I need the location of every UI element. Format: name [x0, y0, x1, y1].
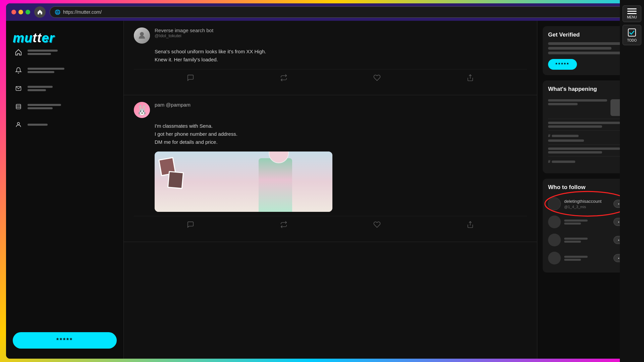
anime-character	[259, 158, 292, 212]
hamburger-icon	[627, 8, 637, 14]
sidebar-item-messages[interactable]	[13, 81, 117, 96]
post-2-author-info: pam @pampam	[155, 102, 191, 108]
browser-titlebar: 🌐 https://mutter.com/	[6, 3, 638, 21]
happening-item-1	[548, 97, 627, 119]
svg-rect-0	[628, 29, 636, 36]
follow-item-3: •••	[548, 231, 627, 249]
happening-item-2: ···	[548, 119, 627, 131]
window-controls	[11, 10, 30, 14]
post-1-body: Sena's school uniform looks like it's fr…	[155, 48, 527, 64]
post-2-header: 🐰 pam @pampam	[134, 102, 527, 118]
svg-point-6	[140, 32, 144, 36]
post-2-actions	[134, 216, 527, 235]
post-1-share-btn[interactable]	[463, 72, 478, 85]
post-1-like-btn[interactable]	[369, 72, 385, 85]
todo-check-icon	[627, 28, 637, 37]
post-1-header: Reverse image search bot @Idol_tokutei	[134, 27, 527, 44]
mail-icon	[14, 84, 23, 93]
post-2-like-btn[interactable]	[369, 219, 385, 232]
follow-avatar-4	[548, 252, 561, 264]
follow-name-1: deletingthisaccount	[564, 199, 610, 204]
minimize-dot[interactable]	[18, 10, 23, 14]
bell-icon	[14, 66, 23, 75]
post-2-author-name: pam @pampam	[155, 102, 191, 108]
post-2-image	[155, 152, 332, 212]
sidebar: mutter	[6, 21, 123, 359]
home-icon	[14, 48, 23, 57]
profile-icon	[14, 120, 23, 129]
post-2-share-btn[interactable]	[463, 219, 478, 232]
follow-info-2	[564, 220, 610, 225]
whats-happening-card: What's happening ···	[543, 80, 633, 173]
url-text: https://mutter.com/	[63, 9, 102, 15]
sidebar-item-bookmarks[interactable]	[13, 100, 117, 114]
post-1-author-handle: @Idol_tokutei	[155, 33, 213, 38]
maximize-dot[interactable]	[25, 10, 30, 14]
who-to-follow-card: Who to follow deletingthisaccount @1_4_3…	[543, 179, 633, 273]
follow-item-4: •••	[548, 249, 627, 267]
happening-item-4: ···	[548, 145, 627, 157]
happening-item-5: # ···	[548, 157, 627, 168]
post-2-avatar: 🐰	[134, 102, 150, 118]
close-dot[interactable]	[11, 10, 16, 14]
happening-item-3: # ···	[548, 131, 627, 145]
app-content: mutter	[6, 21, 638, 359]
svg-rect-2	[16, 104, 21, 109]
globe-icon: 🌐	[55, 9, 60, 15]
post-2: 🐰 pam @pampam I'm classmates with Sena. …	[124, 95, 537, 242]
get-verified-button[interactable]: *****	[548, 59, 577, 70]
who-to-follow-title: Who to follow	[548, 184, 627, 191]
follow-item-1: deletingthisaccount @1_4_3_mis •••	[548, 195, 627, 213]
follow-avatar-1	[548, 197, 561, 210]
post-2-body: I'm classmates with Sena. I got her phon…	[155, 122, 527, 146]
logo: mutter	[13, 31, 117, 45]
follow-info-1: deletingthisaccount @1_4_3_mis	[564, 199, 610, 209]
post-1-author-info: Reverse image search bot @Idol_tokutei	[155, 27, 213, 38]
sidebar-cta-button[interactable]: *****	[13, 332, 117, 349]
post-1-line1: Sena's school uniform looks like it's fr…	[155, 49, 266, 54]
follow-avatar-2	[548, 216, 561, 228]
sidebar-item-profile[interactable]	[13, 118, 117, 132]
sidebar-item-notifications[interactable]	[13, 63, 117, 77]
post-2-retweet-btn[interactable]	[276, 219, 291, 232]
menu-button[interactable]: MENU	[623, 5, 641, 22]
hash-label-5: #	[548, 159, 550, 164]
hash-label-3: #	[548, 133, 550, 138]
todo-button[interactable]: TODO	[623, 25, 641, 45]
sidebar-nav	[13, 45, 117, 132]
follow-handle-1: @1_4_3_mis	[564, 205, 610, 209]
polaroid-2	[167, 171, 184, 189]
svg-point-5	[17, 122, 20, 125]
post-1-avatar	[134, 27, 150, 44]
menu-label: MENU	[627, 15, 637, 19]
post-2-line3: DM me for details and price.	[155, 139, 218, 145]
sidebar-item-home[interactable]	[13, 45, 117, 59]
get-verified-title: Get Verified	[548, 32, 627, 38]
home-browser-icon	[37, 9, 43, 15]
post-1-retweet-btn[interactable]	[276, 72, 291, 85]
follow-avatar-3	[548, 234, 561, 246]
post-2-comment-btn[interactable]	[183, 219, 198, 232]
url-bar[interactable]: 🌐 https://mutter.com/	[50, 6, 633, 18]
post-2-line2: I got her phone number and address.	[155, 131, 237, 137]
home-browser-button[interactable]	[34, 6, 46, 18]
follow-info-3	[564, 238, 610, 243]
main-feed: Reverse image search bot @Idol_tokutei S…	[123, 21, 537, 359]
post-1-line2: Knew it. Her family's loaded.	[155, 57, 218, 62]
follow-info-4	[564, 256, 610, 261]
post-1-author-name: Reverse image search bot	[155, 27, 213, 33]
post-1: Reverse image search bot @Idol_tokutei S…	[124, 21, 537, 95]
bookmark-icon	[14, 102, 23, 111]
todo-label: TODO	[627, 39, 637, 42]
follow-item-2: •••	[548, 213, 627, 231]
browser-window: 🌐 https://mutter.com/ mutter	[6, 3, 638, 359]
get-verified-card: Get Verified *****	[543, 26, 633, 75]
whats-happening-title: What's happening	[548, 86, 627, 93]
post-2-line1: I'm classmates with Sena.	[155, 123, 213, 129]
post-1-comment-btn[interactable]	[183, 72, 198, 85]
outer-right-panel: MENU TODO	[620, 0, 644, 362]
post-1-actions	[134, 69, 527, 88]
